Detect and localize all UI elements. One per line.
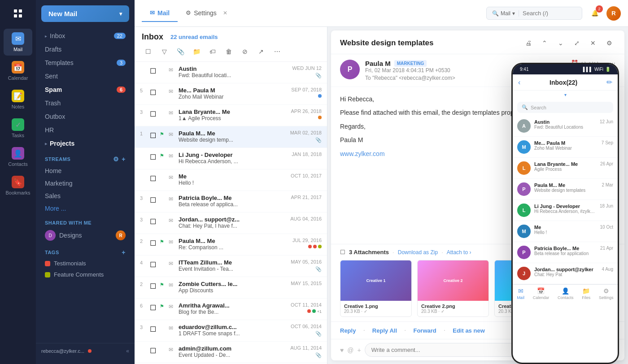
email-flag-icon[interactable]: ⚑	[160, 108, 165, 122]
email-list-item[interactable]: ☐ ⚑ ✉ Me Hello ! OCT 10, 2017	[135, 169, 327, 191]
folder-spam[interactable]: Spam 6	[39, 83, 131, 96]
tab-mail[interactable]: ✉ Mail	[142, 5, 178, 22]
folder-inbox[interactable]: ▸ Inbox 22	[39, 29, 131, 43]
stream-more[interactable]: More ...	[36, 202, 135, 215]
more-icon[interactable]: ⋯	[271, 45, 283, 58]
phone-email-item[interactable]: L Lana Bryante... Me Agile Process 26 Ap…	[513, 158, 618, 179]
tab-close-icon[interactable]: ✕	[223, 10, 227, 16]
phone-nav-contacts[interactable]: 👤 Contacts	[558, 287, 574, 300]
close-icon[interactable]: ✕	[587, 37, 599, 49]
folder-templates[interactable]: Templates 3	[39, 56, 131, 69]
edit-as-new-button[interactable]: Edit as new	[453, 327, 485, 334]
tag-testimonials[interactable]: Testimonials	[36, 258, 135, 269]
sidebar-item-bookmarks[interactable]: 🔖 Bookmarks	[4, 172, 32, 199]
sidebar-item-notes[interactable]: 📝 Notes	[4, 86, 32, 113]
folder-hr[interactable]: HR	[39, 123, 131, 137]
email-flag-icon[interactable]: ⚑	[160, 259, 165, 273]
phone-search-bar[interactable]: 🔍 Search	[517, 102, 613, 113]
phone-nav-calendar[interactable]: 📅 Calendar	[533, 287, 550, 300]
email-checkbox[interactable]: ☐	[150, 108, 156, 122]
reply-all-button[interactable]: Reply All	[372, 327, 397, 334]
tag-feature-comments[interactable]: Feature Comments	[36, 269, 135, 280]
folder-trash[interactable]: Trash	[39, 96, 131, 110]
phone-email-item[interactable]: M Me Hello ! 10 Oct	[513, 221, 618, 242]
email-list-item[interactable]: 5 ☐ ⚑ ✉ Me... Paula M Zoho Mail Webinar …	[135, 83, 327, 105]
phone-email-item[interactable]: P Patricia Boyle... Me Beta release for …	[513, 242, 618, 263]
email-checkbox[interactable]: ☐	[150, 195, 156, 208]
email-flag-icon[interactable]: ⚑	[160, 173, 165, 187]
phone-email-item[interactable]: M Me... Paula M Zoho Mail Webinar 7 Sep	[513, 137, 618, 158]
sidebar-item-mail[interactable]: ✉ Mail	[4, 29, 32, 56]
print-icon[interactable]: 🖨	[522, 37, 535, 49]
notification-button[interactable]: 🔔 2	[588, 6, 602, 21]
tab-settings[interactable]: ⚙ Settings ✕	[178, 5, 236, 22]
filter-icon[interactable]: ▽	[158, 45, 170, 58]
email-flag-icon[interactable]: ⚑	[160, 130, 165, 144]
phone-nav-files[interactable]: 📁 Files	[582, 287, 590, 300]
email-checkbox[interactable]: ☐	[150, 302, 156, 316]
folder-projects[interactable]: ▸ Projects	[39, 137, 131, 150]
collapse-icon[interactable]: ⌃	[538, 37, 551, 49]
email-flag-icon[interactable]: ⚑	[160, 302, 165, 316]
phone-email-item[interactable]: J Jordan... support@zylker Chat: Hey Pat…	[513, 263, 618, 284]
select-all-checkbox[interactable]: ☐	[142, 45, 154, 58]
folder-outbox[interactable]: Outbox	[39, 110, 131, 123]
phone-sort-icon[interactable]: ▾	[564, 92, 567, 97]
streams-add-icon[interactable]: +	[122, 156, 126, 163]
user-avatar[interactable]: R	[606, 6, 621, 21]
email-flag-icon[interactable]: ⚑	[160, 195, 165, 208]
move-icon[interactable]: ↗	[255, 45, 267, 58]
email-checkbox[interactable]: ☐	[150, 281, 156, 295]
expand-icon[interactable]: ⌄	[554, 37, 567, 49]
stream-sales[interactable]: Sales	[36, 190, 135, 202]
email-checkbox[interactable]: ☐	[150, 324, 156, 338]
email-list-item[interactable]: 3 ☐ ⚑ ✉ eduardov@zillum.c... 1 DRAFT Som…	[135, 320, 327, 342]
phone-compose-button[interactable]: ✏	[606, 78, 612, 87]
folder-drafts[interactable]: Drafts	[39, 43, 131, 56]
email-list-item[interactable]: 6 ☐ ⚑ ✉ Amritha Agrawal... Blog for the …	[135, 299, 327, 320]
folder-icon[interactable]: 📁	[190, 45, 203, 58]
download-zip-link[interactable]: Download as Zip	[398, 249, 438, 256]
email-checkbox[interactable]: ☐	[150, 238, 156, 251]
email-list-item[interactable]: 3 ☐ ⚑ ✉ Jordan... support@z... Chat: Hey…	[135, 212, 327, 234]
email-checkbox[interactable]: ☐	[150, 130, 156, 144]
email-list-item[interactable]: ☐ ⚑ ✉ Austin Fwd: Beautiful locati... WE…	[135, 62, 327, 83]
email-list-item[interactable]: 3 ☐ ⚑ ✉ Lana Bryante... Me 1▲ Agile Proc…	[135, 105, 327, 126]
email-flag-icon[interactable]: ⚑	[160, 87, 165, 101]
email-checkbox[interactable]: ☐	[150, 87, 156, 101]
email-flag-icon[interactable]: ⚑	[160, 152, 165, 165]
shared-designs[interactable]: D Designs R	[36, 227, 135, 243]
mention-icon[interactable]: @	[347, 347, 353, 354]
sidebar-item-contacts[interactable]: 👤 Contacts	[4, 143, 32, 170]
email-flag-icon[interactable]: ⚑	[160, 324, 165, 338]
email-list-item[interactable]: ☐ ⚑ ✉ Li Jung - Developer Hi Rebecca And…	[135, 148, 327, 169]
email-flag-icon[interactable]: ⚑	[160, 238, 165, 251]
email-flag-icon[interactable]: ⚑	[160, 281, 165, 295]
block-icon[interactable]: ⊘	[239, 45, 251, 58]
email-checkbox[interactable]: ☐	[150, 345, 156, 359]
fullscreen-icon[interactable]: ⤢	[571, 37, 583, 49]
sidebar-item-tasks[interactable]: ✓ Tasks	[4, 115, 32, 142]
phone-email-item[interactable]: L Li Jung - Developer Hi Rebecca Anderso…	[513, 200, 618, 221]
email-checkbox[interactable]: ☐	[150, 259, 156, 273]
email-flag-icon[interactable]: ⚑	[160, 65, 165, 79]
email-list-item[interactable]: 3 ☐ ⚑ ✉ Patricia Boyle... Me Beta releas…	[135, 191, 327, 212]
new-mail-button[interactable]: New Mail ▾	[41, 5, 129, 22]
phone-nav-settings[interactable]: ⚙ Settings	[599, 287, 614, 300]
attachment-item[interactable]: Creative 2 Creative 2.png 20.3 KB · ✓	[417, 260, 489, 317]
folder-sent[interactable]: Sent	[39, 69, 131, 83]
attach-icon[interactable]: 📎	[174, 45, 187, 58]
forward-button[interactable]: Forward	[413, 327, 436, 334]
tags-add-icon[interactable]: +	[122, 249, 126, 256]
search-scope-dropdown[interactable]: 🔍 Mail ▾	[492, 10, 519, 17]
email-list-item[interactable]: 1 ☐ ⚑ ✉ Paula M... Me Website design tem…	[135, 126, 327, 148]
attachment-item[interactable]: Creative 1 Creative 1.png 20.3 KB · ✓	[340, 260, 412, 317]
email-flag-icon[interactable]: ⚑	[160, 216, 165, 230]
email-checkbox[interactable]: ☐	[150, 65, 156, 79]
email-checkbox[interactable]: ☐	[150, 216, 156, 230]
stream-marketing[interactable]: Marketing	[36, 177, 135, 190]
phone-email-item[interactable]: A Austin Fwd: Beautiful Locations 12 Jun	[513, 116, 618, 137]
heart-icon[interactable]: ♥	[340, 347, 344, 354]
reply-button[interactable]: Reply	[340, 327, 356, 334]
email-list-item[interactable]: 2 ☐ ⚑ ✉ Zombie Cutters... le... App Disc…	[135, 277, 327, 299]
